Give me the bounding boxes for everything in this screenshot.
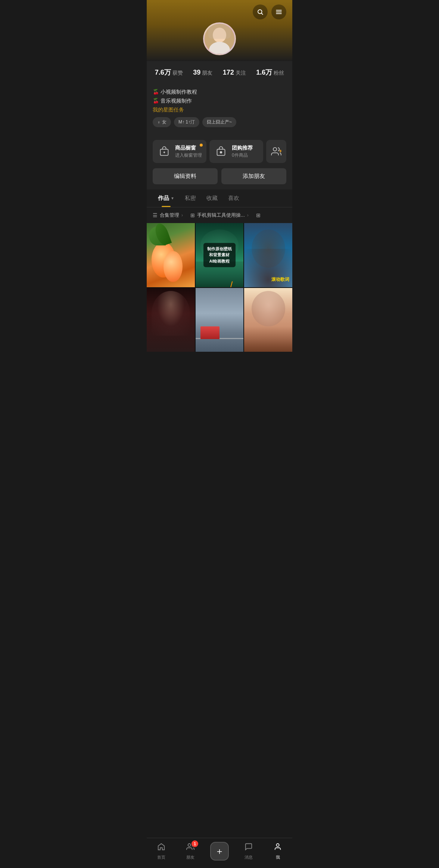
grid-item-train[interactable] [196, 288, 244, 352]
friends-count: 39 [193, 69, 200, 76]
tags-row: ♀ 女 M↑ 1↑汀 囧上囧止产~ [153, 117, 286, 127]
add-friend-button[interactable]: 添加朋友 [221, 168, 286, 184]
fans-count: 1.6万 [256, 68, 272, 77]
tab-private[interactable]: 私密 [180, 189, 201, 207]
collection-phone-chevron: › [247, 213, 249, 218]
shop-window-sub: 进入橱窗管理 [175, 152, 202, 159]
tab-dropdown-icon: ▼ [171, 196, 174, 200]
shop-item-follow[interactable] [266, 140, 286, 163]
grid-item-woman2[interactable] [147, 288, 195, 352]
lyrics-tag: 滚动歌词 [271, 276, 289, 283]
tag-other[interactable]: 囧上囧止产~ [202, 117, 236, 127]
shop-window-icon [157, 144, 171, 159]
collection-more-icon: ⊞ [256, 212, 261, 218]
forest-overlay-line2: 和背景素材 [207, 252, 232, 258]
action-buttons: 编辑资料 添加朋友 [147, 168, 292, 189]
collection-manage-chevron: › [181, 213, 183, 218]
collection-phone-label: 手机剪辑工具使用操... [197, 212, 245, 219]
svg-point-13 [220, 151, 222, 153]
collection-phone-tools[interactable]: ⊞ 手机剪辑工具使用操... › [190, 212, 249, 219]
stat-likes[interactable]: 7.6万 获赞 [155, 68, 183, 77]
grid-item-woman3[interactable] [244, 288, 292, 352]
likes-label: 获赞 [172, 70, 183, 76]
collection-phone-icon: ⊞ [190, 212, 195, 218]
shop-window-badge [200, 144, 203, 147]
svg-line-1 [261, 13, 262, 14]
bio-line-2: 🍒 音乐视频制作 [153, 98, 286, 104]
shop-group-title: 团购推荐 [232, 145, 253, 151]
collection-manage-label: 合集管理 [160, 212, 179, 219]
collections-row: ☰ 合集管理 › ⊞ 手机剪辑工具使用操... › ⊞ [147, 207, 292, 223]
bio-line-1: 🍒 小视频制作教程 [153, 89, 286, 95]
svg-rect-8 [208, 24, 231, 39]
collection-more[interactable]: ⊞ [256, 212, 261, 218]
shop-item-window[interactable]: 商品橱窗 进入橱窗管理 [153, 140, 206, 163]
tag-other-label: 囧上囧止产~ [207, 119, 232, 125]
bio-text-1: 🍒 小视频制作教程 [153, 89, 197, 95]
fans-label: 粉丝 [274, 70, 284, 76]
header-top-bar [147, 0, 292, 22]
avatar-area [147, 22, 292, 61]
bio-area: 🍒 小视频制作教程 🍒 音乐视频制作 我的星图任务 ♀ 女 M↑ 1↑汀 囧上囧… [147, 84, 292, 135]
tag-gender[interactable]: ♀ 女 [153, 117, 171, 127]
menu-icon[interactable] [271, 4, 286, 19]
shop-item-group[interactable]: 团购推荐 0件商品 [209, 140, 263, 163]
svg-point-14 [273, 148, 277, 151]
forest-overlay-line3: AI绘画教程 [207, 258, 232, 264]
friends-label: 朋友 [202, 70, 212, 76]
shop-window-title: 商品橱窗 [175, 145, 202, 151]
shop-group-icon [214, 144, 228, 159]
profile-header [147, 0, 292, 61]
tag-gender-label: 女 [162, 119, 166, 125]
shop-follow-icon [269, 144, 283, 159]
following-count: 172 [223, 69, 234, 76]
shop-group-sub: 0件商品 [232, 152, 253, 159]
grid-item-peaches[interactable] [147, 223, 195, 287]
tag-location-label: M↑ 1↑汀 [178, 119, 195, 125]
grid-item-forest[interactable]: 制作原创壁纸 和背景素材 AI绘画教程 ↓ [196, 223, 244, 287]
tag-location[interactable]: M↑ 1↑汀 [174, 117, 199, 127]
stat-fans[interactable]: 1.6万 粉丝 [256, 68, 284, 77]
stat-friends[interactable]: 39 朋友 [193, 69, 212, 76]
collection-manage-icon: ☰ [153, 212, 158, 218]
following-label: 关注 [236, 70, 246, 76]
xingtu-link[interactable]: 我的星图任务 [153, 107, 286, 113]
avatar[interactable] [203, 22, 236, 55]
tab-likes[interactable]: 喜欢 [223, 189, 245, 207]
stats-row: 7.6万 获赞 39 朋友 172 关注 1.6万 粉丝 [147, 61, 292, 84]
tab-favorites[interactable]: 收藏 [201, 189, 223, 207]
collection-manage[interactable]: ☰ 合集管理 › [153, 212, 183, 219]
forest-overlay-line1: 制作原创壁纸 [207, 246, 232, 252]
likes-count: 7.6万 [155, 68, 171, 77]
shop-row: 商品橱窗 进入橱窗管理 团购推荐 0件商品 [147, 135, 292, 168]
tabs-row: 作品 ▼ 私密 收藏 喜欢 [147, 189, 292, 207]
edit-profile-button[interactable]: 编辑资料 [153, 168, 218, 184]
bio-text-2: 🍒 音乐视频制作 [153, 98, 192, 104]
search-icon[interactable] [253, 4, 268, 19]
tab-works[interactable]: 作品 ▼ [153, 189, 180, 207]
grid-item-woman-lyrics[interactable]: 滚动歌词 [244, 223, 292, 287]
content-grid: 制作原创壁纸 和背景素材 AI绘画教程 ↓ 滚动歌词 [147, 223, 292, 352]
stat-following[interactable]: 172 关注 [223, 69, 246, 76]
